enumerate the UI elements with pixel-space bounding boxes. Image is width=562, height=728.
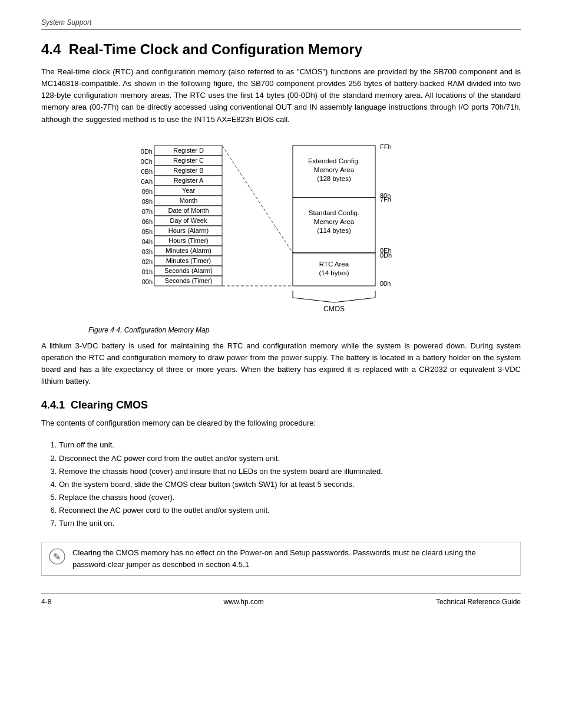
svg-text:Extended Config.: Extended Config. [308,157,360,164]
svg-text:Standard Config.: Standard Config. [309,209,359,216]
svg-text:(114 bytes): (114 bytes) [317,227,351,234]
subsection-title: 4.4.1 Clearing CMOS [41,399,521,411]
svg-text:0Dh: 0Dh [380,252,392,259]
note-icon: ✎ [49,548,65,568]
step-1: Turn off the unit. [59,439,521,452]
page-footer: 4-8 www.hp.com Technical Reference Guide [41,594,521,606]
step-5: Replace the chassis hood (cover). [59,491,521,504]
step-4: On the system board, slide the CMOS clea… [59,478,521,491]
note-text: Clearing the CMOS memory has no effect o… [72,547,513,571]
subsection-intro: The contents of configuration memory can… [41,417,521,429]
section-body: The Real-time clock (RTC) and configurat… [41,66,521,126]
svg-text:Seconds (Alarm): Seconds (Alarm) [164,267,213,274]
svg-text:7Fh: 7Fh [380,196,391,203]
svg-text:Register A: Register A [174,177,204,184]
svg-text:08h: 08h [142,198,153,205]
svg-text:Year: Year [182,187,196,194]
svg-text:0Bh: 0Bh [141,168,153,175]
figure-container: 0Dh Register D 0Ch Register C 0Bh Regist… [41,137,521,334]
footer-left: 4-8 [41,598,51,606]
svg-text:Memory Area: Memory Area [314,166,355,173]
footer-right: Technical Reference Guide [436,598,521,606]
page-header: System Support [41,18,521,29]
svg-text:Minutes (Alarm): Minutes (Alarm) [166,247,211,254]
svg-line-64 [334,298,375,302]
svg-text:0Ah: 0Ah [141,178,153,185]
svg-text:FFh: FFh [380,143,392,150]
svg-text:(14 bytes): (14 bytes) [319,269,349,276]
svg-text:06h: 06h [142,218,153,225]
register-table: 0Dh Register D 0Ch Register C 0Bh Regist… [141,146,222,286]
pencil-icon: ✎ [49,548,65,565]
step-7: Turn the unit on. [59,517,521,530]
svg-line-42 [222,146,293,253]
svg-rect-50 [293,197,375,253]
svg-text:00h: 00h [380,280,391,287]
svg-text:04h: 04h [142,238,153,245]
step-3: Remove the chassis hood (cover) and insu… [59,465,521,478]
svg-text:(128 bytes): (128 bytes) [317,175,351,182]
header-label: System Support [41,18,91,27]
svg-text:Minutes (Timer): Minutes (Timer) [166,257,211,264]
svg-text:CMOS: CMOS [323,305,345,313]
svg-text:07h: 07h [142,208,153,215]
battery-text: A lithium 3-VDC battery is used for main… [41,340,521,388]
footer-center: www.hp.com [224,598,264,606]
svg-text:0Ch: 0Ch [141,158,153,165]
svg-text:Seconds (Timer): Seconds (Timer) [165,277,213,284]
svg-text:0Dh: 0Dh [141,148,153,155]
svg-text:Register B: Register B [173,167,203,174]
step-6: Reconnect the AC power cord to the outle… [59,504,521,517]
figure-caption: Figure 4 4. Configuration Memory Map [88,326,209,334]
svg-text:RTC Area: RTC Area [319,261,349,268]
svg-line-63 [293,298,334,302]
step-2: Disconnect the AC power cord from the ou… [59,452,521,465]
steps-list: Turn off the unit. Disconnect the AC pow… [59,439,521,530]
svg-text:09h: 09h [142,188,153,195]
svg-text:05h: 05h [142,228,153,235]
svg-text:Hours (Timer): Hours (Timer) [168,237,208,244]
svg-text:✎: ✎ [53,552,61,562]
memory-map-diagram: 0Dh Register D 0Ch Register C 0Bh Regist… [128,137,434,320]
svg-text:Memory Area: Memory Area [314,218,355,225]
svg-text:Month: Month [180,197,198,204]
svg-text:Hours (Alarm): Hours (Alarm) [168,227,209,234]
svg-text:Register C: Register C [173,157,204,164]
svg-text:01h: 01h [142,268,153,275]
note-box: ✎ Clearing the CMOS memory has no effect… [41,542,521,576]
svg-text:00h: 00h [142,278,153,285]
svg-text:03h: 03h [142,248,153,255]
svg-text:Register D: Register D [173,147,204,154]
svg-text:02h: 02h [142,258,153,265]
section-title: 4.4 Real-Time Clock and Configuration Me… [41,41,521,58]
svg-text:Date of Month: Date of Month [168,207,209,214]
svg-text:Day of Week: Day of Week [170,217,207,224]
